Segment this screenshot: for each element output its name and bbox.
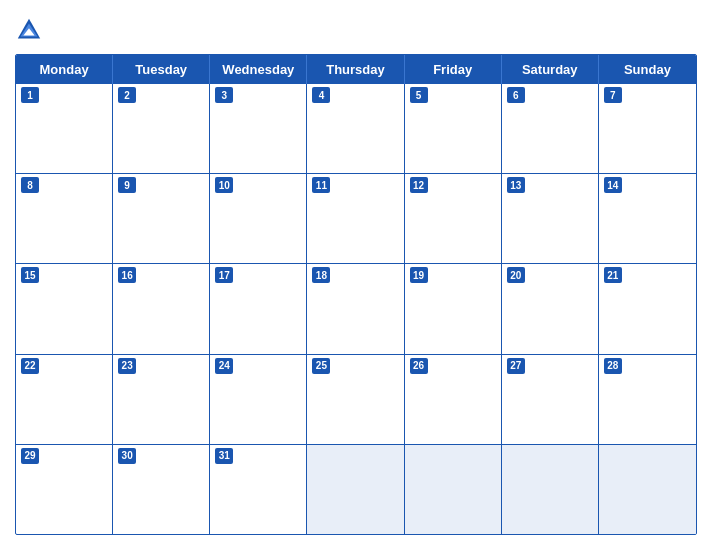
- day-number: 9: [118, 177, 136, 193]
- weekday-header-wednesday: Wednesday: [210, 55, 307, 84]
- day-cell: 2: [113, 84, 210, 173]
- day-number: 5: [410, 87, 428, 103]
- day-cell: [502, 445, 599, 534]
- logo: [15, 16, 47, 44]
- week-row-1: 1234567: [16, 84, 696, 174]
- day-number: 30: [118, 448, 136, 464]
- day-number: 28: [604, 358, 622, 374]
- day-number: 13: [507, 177, 525, 193]
- day-cell: [599, 445, 696, 534]
- day-number: 31: [215, 448, 233, 464]
- day-number: 18: [312, 267, 330, 283]
- weekday-header-sunday: Sunday: [599, 55, 696, 84]
- day-cell: 18: [307, 264, 404, 353]
- day-number: 11: [312, 177, 330, 193]
- day-number: 27: [507, 358, 525, 374]
- day-number: 23: [118, 358, 136, 374]
- day-cell: 25: [307, 355, 404, 444]
- day-cell: 30: [113, 445, 210, 534]
- day-cell: 4: [307, 84, 404, 173]
- day-number: 2: [118, 87, 136, 103]
- weekday-header-friday: Friday: [405, 55, 502, 84]
- day-cell: [307, 445, 404, 534]
- weekday-headers: MondayTuesdayWednesdayThursdayFridaySatu…: [16, 55, 696, 84]
- day-cell: 8: [16, 174, 113, 263]
- day-number: 8: [21, 177, 39, 193]
- day-number: 12: [410, 177, 428, 193]
- day-cell: 7: [599, 84, 696, 173]
- weekday-header-saturday: Saturday: [502, 55, 599, 84]
- day-number: 26: [410, 358, 428, 374]
- day-number: 14: [604, 177, 622, 193]
- day-cell: 22: [16, 355, 113, 444]
- day-cell: 28: [599, 355, 696, 444]
- day-cell: 15: [16, 264, 113, 353]
- day-cell: 19: [405, 264, 502, 353]
- day-number: 21: [604, 267, 622, 283]
- day-cell: 29: [16, 445, 113, 534]
- day-number: 16: [118, 267, 136, 283]
- day-number: 4: [312, 87, 330, 103]
- week-row-4: 22232425262728: [16, 355, 696, 445]
- day-cell: 17: [210, 264, 307, 353]
- day-number: 25: [312, 358, 330, 374]
- logo-icon: [15, 16, 43, 44]
- weekday-header-monday: Monday: [16, 55, 113, 84]
- day-cell: 20: [502, 264, 599, 353]
- day-cell: 31: [210, 445, 307, 534]
- day-cell: 1: [16, 84, 113, 173]
- day-number: 17: [215, 267, 233, 283]
- day-cell: 24: [210, 355, 307, 444]
- week-row-3: 15161718192021: [16, 264, 696, 354]
- day-cell: 5: [405, 84, 502, 173]
- day-number: 7: [604, 87, 622, 103]
- day-cell: 12: [405, 174, 502, 263]
- weekday-header-thursday: Thursday: [307, 55, 404, 84]
- day-cell: 23: [113, 355, 210, 444]
- day-cell: 27: [502, 355, 599, 444]
- day-cell: 26: [405, 355, 502, 444]
- day-number: 24: [215, 358, 233, 374]
- day-number: 10: [215, 177, 233, 193]
- day-number: 29: [21, 448, 39, 464]
- day-cell: 9: [113, 174, 210, 263]
- calendar: MondayTuesdayWednesdayThursdayFridaySatu…: [15, 54, 697, 535]
- day-cell: 11: [307, 174, 404, 263]
- day-number: 6: [507, 87, 525, 103]
- day-number: 1: [21, 87, 39, 103]
- day-number: 22: [21, 358, 39, 374]
- week-row-2: 891011121314: [16, 174, 696, 264]
- week-row-5: 293031: [16, 445, 696, 534]
- day-cell: 16: [113, 264, 210, 353]
- weekday-header-tuesday: Tuesday: [113, 55, 210, 84]
- day-cell: [405, 445, 502, 534]
- day-number: 20: [507, 267, 525, 283]
- calendar-body: 1234567891011121314151617181920212223242…: [16, 84, 696, 534]
- calendar-header: [15, 10, 697, 48]
- day-cell: 3: [210, 84, 307, 173]
- day-number: 15: [21, 267, 39, 283]
- day-cell: 14: [599, 174, 696, 263]
- day-number: 19: [410, 267, 428, 283]
- day-cell: 10: [210, 174, 307, 263]
- day-cell: 6: [502, 84, 599, 173]
- day-cell: 13: [502, 174, 599, 263]
- day-cell: 21: [599, 264, 696, 353]
- day-number: 3: [215, 87, 233, 103]
